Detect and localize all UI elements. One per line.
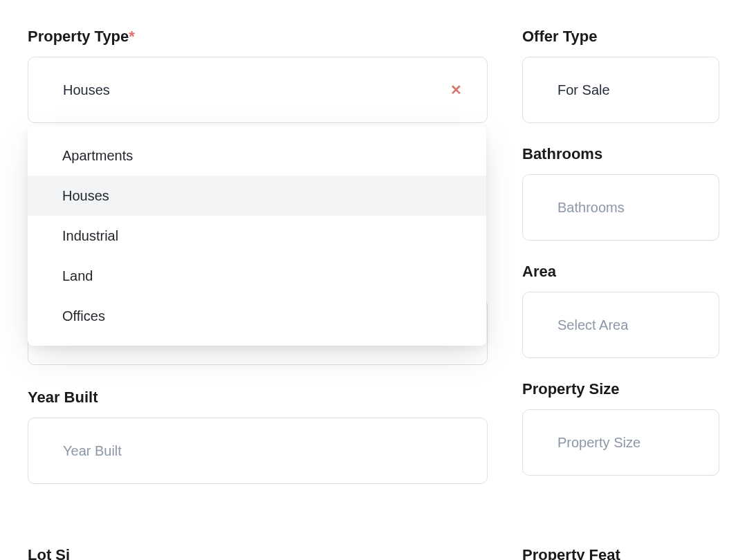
required-star: * <box>129 28 135 45</box>
property-type-select[interactable]: Houses ✕ <box>28 57 488 123</box>
area-label: Area <box>522 263 719 281</box>
bathrooms-label: Bathrooms <box>522 145 719 163</box>
dropdown-item-apartments[interactable]: Apartments <box>28 136 486 176</box>
year-built-placeholder: Year Built <box>63 443 122 459</box>
property-size-input[interactable]: Property Size <box>522 409 719 476</box>
property-features-label-partial: Property Feat <box>522 546 620 560</box>
property-size-field: Property Size Property Size <box>522 380 719 476</box>
property-type-selected-value: Houses <box>63 82 110 98</box>
dropdown-item-land[interactable]: Land <box>28 256 486 296</box>
property-type-field: Property Type* Houses ✕ <box>28 28 488 123</box>
bathrooms-field: Bathrooms Bathrooms <box>522 145 719 241</box>
property-type-label: Property Type* <box>28 28 488 46</box>
offer-type-field: Offer Type For Sale <box>522 28 719 123</box>
year-built-input[interactable]: Year Built <box>28 418 488 484</box>
year-built-label: Year Built <box>28 389 488 407</box>
property-size-placeholder: Property Size <box>557 435 640 451</box>
dropdown-item-offices[interactable]: Offices <box>28 296 486 336</box>
lot-size-label-partial: Lot Si <box>28 546 70 560</box>
area-select[interactable]: Select Area <box>522 292 719 358</box>
offer-type-select[interactable]: For Sale <box>522 57 719 123</box>
clear-icon[interactable]: ✕ <box>450 83 462 97</box>
area-placeholder: Select Area <box>557 317 628 333</box>
property-type-label-text: Property Type <box>28 28 129 45</box>
bathrooms-placeholder: Bathrooms <box>557 200 625 216</box>
property-size-label: Property Size <box>522 380 719 398</box>
bathrooms-input[interactable]: Bathrooms <box>522 174 719 241</box>
offer-type-value: For Sale <box>557 82 610 98</box>
offer-type-label: Offer Type <box>522 28 719 46</box>
dropdown-item-houses[interactable]: Houses <box>28 176 486 216</box>
dropdown-item-industrial[interactable]: Industrial <box>28 216 486 256</box>
year-built-field: Year Built Year Built <box>28 389 488 484</box>
area-field: Area Select Area <box>522 263 719 358</box>
property-type-dropdown: Apartments Houses Industrial Land Office… <box>28 126 486 346</box>
